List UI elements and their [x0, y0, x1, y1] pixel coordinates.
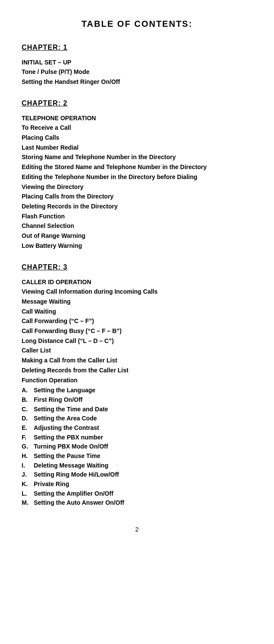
- list-item: Flash Function: [22, 212, 252, 221]
- list-item: Viewing the Directory: [22, 183, 252, 192]
- list-item: Function Operation: [22, 376, 252, 385]
- list-item: Call Forwarding (“C – F”): [22, 317, 252, 326]
- function-item-d: D. Setting the Area Code: [22, 414, 252, 423]
- function-text-e: Adjusting the Contrast: [34, 423, 99, 433]
- chapter-3-section: CHAPTER: 3 CALLER ID OPERATION Viewing C…: [22, 262, 252, 508]
- chapter-1-section: CHAPTER: 1 INITIAL SET – UP Tone / Pulse…: [22, 42, 252, 87]
- function-letter-g: G.: [22, 442, 34, 452]
- function-text-l: Setting the Amplifier On/Off: [34, 489, 113, 499]
- function-text-c: Setting the Time and Date: [34, 405, 108, 414]
- function-item-l: L. Setting the Amplifier On/Off: [22, 489, 252, 499]
- list-item: Setting the Handset Ringer On/Off: [22, 77, 252, 87]
- function-letter-b: B.: [22, 395, 34, 405]
- list-item: Channel Selection: [22, 221, 252, 231]
- function-letter-e: E.: [22, 423, 34, 433]
- list-item: Deleting Records in the Directory: [22, 202, 252, 211]
- list-item: To Receive a Call: [22, 123, 252, 133]
- chapter-2-heading: CHAPTER: 2: [22, 98, 252, 109]
- list-item: Viewing Call Information during Incoming…: [22, 287, 252, 297]
- list-item: Caller List: [22, 346, 252, 356]
- function-list: A. Setting the Language B. First Ring On…: [22, 386, 252, 508]
- list-item: Placing Calls from the Directory: [22, 192, 252, 202]
- function-item-e: E. Adjusting the Contrast: [22, 423, 252, 433]
- list-item: Deleting Records from the Caller List: [22, 366, 252, 375]
- list-item: Long Distance Call (“L – D – C”): [22, 336, 252, 346]
- function-item-i: I. Deleting Message Waiting: [22, 461, 252, 471]
- page-title: TABLE OF CONTENTS:: [22, 17, 252, 30]
- function-letter-f: F.: [22, 433, 34, 442]
- list-item: Call Waiting: [22, 307, 252, 317]
- function-text-a: Setting the Language: [34, 386, 95, 395]
- list-item: Storing Name and Telephone Number in the…: [22, 153, 252, 162]
- chapter-3-heading: CHAPTER: 3: [22, 262, 252, 272]
- list-item: Editing the Telephone Number in the Dire…: [22, 173, 252, 182]
- list-item: Last Number Redial: [22, 143, 252, 153]
- function-letter-j: J.: [22, 470, 34, 480]
- function-text-d: Setting the Area Code: [34, 414, 97, 423]
- list-item: Making a Call from the Caller List: [22, 356, 252, 365]
- function-item-m: M. Setting the Auto Answer On/Off: [22, 498, 252, 508]
- page-number: 2: [22, 525, 252, 534]
- function-item-f: F. Setting the PBX number: [22, 433, 252, 442]
- list-item: Message Waiting: [22, 297, 252, 307]
- function-item-j: J. Setting Ring Mode Hi/Low/Off: [22, 470, 252, 480]
- function-text-b: First Ring On/Off: [34, 395, 83, 405]
- chapter-2-section-title: TELEPHONE OPERATION: [22, 114, 252, 123]
- function-letter-i: I.: [22, 461, 34, 471]
- chapter-3-section-title: CALLER ID OPERATION: [22, 278, 252, 287]
- list-item: Editing the Stored Name and Telephone Nu…: [22, 163, 252, 172]
- function-text-i: Deleting Message Waiting: [34, 461, 108, 471]
- function-letter-l: L.: [22, 489, 34, 499]
- function-text-h: Setting the Pause Time: [34, 452, 100, 461]
- function-letter-c: C.: [22, 405, 34, 414]
- function-item-k: K. Private Ring: [22, 480, 252, 489]
- function-text-m: Setting the Auto Answer On/Off: [34, 498, 124, 508]
- list-item: Out of Range Warning: [22, 231, 252, 241]
- chapter-1-heading: CHAPTER: 1: [22, 42, 252, 53]
- function-letter-a: A.: [22, 386, 34, 395]
- chapter-1-section-title: INITIAL SET – UP: [22, 58, 252, 67]
- function-text-j: Setting Ring Mode Hi/Low/Off: [34, 470, 119, 480]
- function-letter-h: H.: [22, 452, 34, 461]
- function-text-g: Turning PBX Mode On/Off: [34, 442, 108, 452]
- list-item: Tone / Pulse (P/T) Mode: [22, 67, 252, 77]
- chapter-2-section: CHAPTER: 2 TELEPHONE OPERATION To Receiv…: [22, 98, 252, 250]
- function-text-f: Setting the PBX number: [34, 433, 103, 442]
- list-item: Call Forwarding Busy (“C – F – B”): [22, 327, 252, 336]
- function-item-g: G. Turning PBX Mode On/Off: [22, 442, 252, 452]
- list-item: Placing Calls: [22, 133, 252, 143]
- function-item-b: B. First Ring On/Off: [22, 395, 252, 405]
- function-item-a: A. Setting the Language: [22, 386, 252, 395]
- list-item: Low Battery Warning: [22, 241, 252, 251]
- function-text-k: Private Ring: [34, 480, 69, 489]
- function-item-c: C. Setting the Time and Date: [22, 405, 252, 414]
- function-letter-d: D.: [22, 414, 34, 423]
- function-item-h: H. Setting the Pause Time: [22, 452, 252, 461]
- function-letter-m: M.: [22, 498, 34, 508]
- function-letter-k: K.: [22, 480, 34, 489]
